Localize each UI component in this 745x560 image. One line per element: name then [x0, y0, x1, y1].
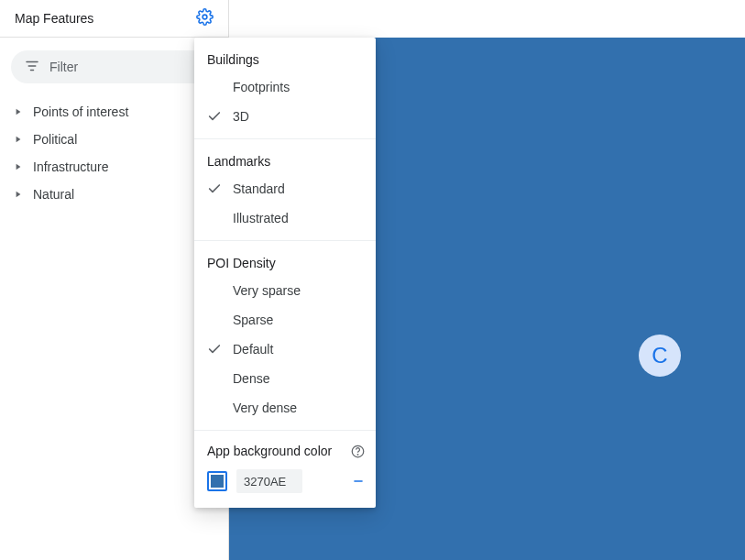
- svg-point-5: [357, 454, 358, 455]
- option-density-dense[interactable]: Dense: [194, 364, 376, 393]
- svg-point-0: [203, 15, 207, 19]
- color-swatch[interactable]: [207, 471, 227, 491]
- option-buildings-3d[interactable]: 3D: [194, 102, 376, 131]
- avatar-initial: C: [652, 343, 667, 368]
- caret-right-icon: [13, 189, 24, 200]
- check-icon: [207, 342, 233, 357]
- section-poi-density: POI Density Very sparse Sparse Default D…: [194, 241, 376, 431]
- filter-icon: [24, 58, 40, 77]
- caret-right-icon: [13, 161, 24, 172]
- option-label: Very sparse: [233, 283, 301, 298]
- user-avatar[interactable]: C: [639, 335, 681, 377]
- minus-icon[interactable]: [352, 480, 365, 482]
- option-label: Sparse: [233, 313, 273, 327]
- panel-title: Map Features: [15, 11, 93, 26]
- caret-right-icon: [13, 106, 24, 117]
- filter-pill[interactable]: [11, 50, 217, 83]
- section-app-background: App background color: [194, 431, 376, 500]
- tree-item-label: Political: [33, 132, 77, 147]
- check-icon: [207, 181, 233, 196]
- option-density-default[interactable]: Default: [194, 335, 376, 364]
- bg-color-row: [207, 469, 365, 493]
- option-label: Standard: [233, 181, 285, 196]
- section-heading: App background color: [207, 444, 332, 458]
- section-buildings: Buildings Footprints 3D: [194, 38, 376, 139]
- section-heading: Buildings: [194, 38, 376, 72]
- settings-popover: Buildings Footprints 3D Landmarks Standa…: [194, 38, 376, 508]
- panel-header: Map Features: [0, 0, 228, 38]
- option-label: 3D: [233, 109, 249, 124]
- option-landmarks-standard[interactable]: Standard: [194, 174, 376, 203]
- hex-input[interactable]: [236, 469, 302, 493]
- tree-item-label: Natural: [33, 187, 74, 202]
- option-label: Dense: [233, 371, 269, 386]
- option-label: Illustrated: [233, 211, 289, 225]
- option-density-very-sparse[interactable]: Very sparse: [194, 276, 376, 305]
- bg-head: App background color: [207, 444, 365, 458]
- section-landmarks: Landmarks Standard Illustrated: [194, 139, 376, 241]
- filter-input[interactable]: [49, 60, 204, 74]
- check-icon: [207, 109, 233, 124]
- option-label: Default: [233, 342, 273, 357]
- section-heading: Landmarks: [194, 139, 376, 174]
- tree-item-label: Points of interest: [33, 104, 128, 119]
- option-density-sparse[interactable]: Sparse: [194, 305, 376, 335]
- settings-button[interactable]: [192, 5, 217, 31]
- option-label: Very dense: [233, 401, 297, 415]
- gear-icon: [196, 8, 214, 28]
- option-label: Footprints: [233, 80, 290, 94]
- option-buildings-footprints[interactable]: Footprints: [194, 72, 376, 102]
- option-density-very-dense[interactable]: Very dense: [194, 393, 376, 423]
- help-icon[interactable]: [350, 444, 365, 458]
- caret-right-icon: [13, 134, 24, 145]
- option-landmarks-illustrated[interactable]: Illustrated: [194, 203, 376, 233]
- tree-item-label: Infrastructure: [33, 159, 108, 174]
- section-heading: POI Density: [194, 241, 376, 276]
